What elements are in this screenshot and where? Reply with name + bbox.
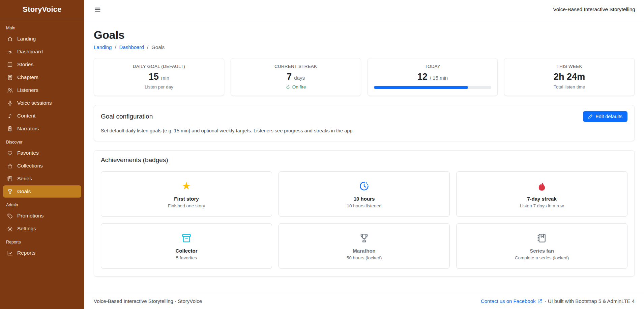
stat-value: 7 <box>287 72 292 82</box>
sidebar-item-reports[interactable]: Reports <box>3 247 81 259</box>
badge-tile-marathon: Marathon50 hours (locked) <box>279 223 450 269</box>
badge-description: 5 favorites <box>107 255 266 260</box>
breadcrumb-goals: Goals <box>151 44 165 50</box>
sidebar-section-label-admin: Admin <box>0 198 84 209</box>
sidebar-item-label: Stories <box>17 61 33 68</box>
stat-subtext: Total listen time <box>510 84 628 89</box>
hamburger-menu-icon[interactable] <box>93 5 102 14</box>
badge-name: First story <box>107 196 266 202</box>
stat-card-this-week: THIS WEEK2h 24mTotal listen time <box>504 58 635 96</box>
facebook-contact-link[interactable]: Contact us on Facebook <box>481 298 543 304</box>
trophy-icon <box>7 188 13 195</box>
sidebar-section-label-reports: Reports <box>0 235 84 246</box>
speaker-icon <box>7 126 13 132</box>
sidebar-item-goals[interactable]: Goals <box>3 185 81 198</box>
sidebar-item-label: Dashboard <box>17 49 43 55</box>
external-link-icon <box>537 299 542 304</box>
badge-description: Finished one story <box>107 203 266 208</box>
sidebar-item-settings[interactable]: Settings <box>3 223 81 235</box>
sidebar-item-favorites[interactable]: Favorites <box>3 147 81 159</box>
sidebar-item-label: Narrators <box>17 126 39 132</box>
sidebar-item-label: Reports <box>17 250 35 256</box>
music-note-icon <box>7 113 13 119</box>
clock-history-icon <box>284 180 444 192</box>
brand-logo[interactable]: StoryVoice <box>0 0 84 19</box>
goal-configuration-card: Goal configuration Edit defaults Set def… <box>94 105 635 141</box>
sidebar-item-stories[interactable]: Stories <box>3 58 81 71</box>
sidebar-section-label-discover: Discover <box>0 135 84 146</box>
journal-bookmark-icon <box>462 232 622 244</box>
stat-value: 12 <box>417 72 428 82</box>
daily-progress-fill <box>374 86 468 89</box>
badge-description: 10 hours listened <box>284 203 444 208</box>
badge-tile-7-day-streak: 7-day streakListen 7 days in a row <box>456 171 627 217</box>
badge-tile-first-story: ★First storyFinished one story <box>101 171 272 217</box>
journal-bookmark-icon <box>7 176 13 182</box>
badge-tile-series-fan: Series fanComplete a series (locked) <box>456 223 627 269</box>
badge-description: 50 hours (locked) <box>284 255 444 260</box>
breadcrumb-landing[interactable]: Landing <box>94 44 112 50</box>
stat-unit: / 15 min <box>430 75 448 81</box>
sidebar-item-label: Landing <box>17 36 36 42</box>
sidebar-item-label: Settings <box>17 226 36 232</box>
edit-defaults-button[interactable]: Edit defaults <box>583 111 627 122</box>
sidebar-item-voice-sessions[interactable]: Voice sessions <box>3 97 81 109</box>
sidebar-item-label: Collections <box>17 163 43 169</box>
edit-defaults-label: Edit defaults <box>595 114 622 119</box>
book-icon <box>7 61 13 68</box>
badge-description: Listen 7 days in a row <box>462 203 622 208</box>
pencil-icon <box>588 114 593 119</box>
stat-card-current-streak: CURRENT STREAK7daysOn fire <box>231 58 361 96</box>
breadcrumb-separator: / <box>115 44 116 50</box>
stats-row: DAILY GOAL (DEFAULT)15minListen per dayC… <box>94 58 635 96</box>
sidebar-item-series[interactable]: Series <box>3 173 81 185</box>
sidebar-item-listeners[interactable]: Listeners <box>3 84 81 96</box>
journal-text-icon <box>7 74 13 80</box>
badge-name: 7-day streak <box>462 196 622 202</box>
stat-value: 15 <box>149 72 159 82</box>
sidebar-item-narrators[interactable]: Narrators <box>3 123 81 135</box>
stat-label: DAILY GOAL (DEFAULT) <box>100 64 218 69</box>
sidebar-item-content[interactable]: Content <box>3 110 81 122</box>
breadcrumb: Landing/Dashboard/Goals <box>94 44 635 50</box>
flame-icon <box>462 180 622 192</box>
sidebar-item-label: Chapters <box>17 74 38 80</box>
goal-configuration-header: Goal configuration Edit defaults <box>94 105 634 125</box>
star-icon: ★ <box>107 180 266 192</box>
people-icon <box>7 87 13 93</box>
footer-right: Contact us on Facebook · UI built with B… <box>481 298 635 304</box>
badge-name: Marathon <box>284 248 444 254</box>
graph-icon <box>7 250 13 256</box>
sidebar-item-promotions[interactable]: Promotions <box>3 210 81 222</box>
basket-icon <box>7 163 13 169</box>
badge-name: 10 hours <box>284 196 444 202</box>
sidebar-item-chapters[interactable]: Chapters <box>3 71 81 83</box>
breadcrumb-dashboard[interactable]: Dashboard <box>119 44 144 50</box>
page-content: Goals Landing/Dashboard/Goals DAILY GOAL… <box>84 19 644 284</box>
sidebar-item-dashboard[interactable]: Dashboard <box>3 46 81 58</box>
sidebar: StoryVoice MainLandingDashboardStoriesCh… <box>0 0 84 309</box>
navbar-app-subtitle: Voice-Based Interactive Storytelling <box>553 6 635 12</box>
trophy-icon <box>284 232 444 244</box>
sidebar-item-label: Favorites <box>17 150 39 156</box>
sidebar-item-landing[interactable]: Landing <box>3 33 81 45</box>
sidebar-section-label-main: Main <box>0 21 84 32</box>
main-area: Voice-Based Interactive Storytelling Goa… <box>84 0 644 309</box>
archive-icon <box>107 232 266 244</box>
sidebar-nav: MainLandingDashboardStoriesChaptersListe… <box>0 19 84 264</box>
achievements-header: Achievements (badges) <box>94 151 634 167</box>
sidebar-item-label: Voice sessions <box>17 100 52 106</box>
app-window: StoryVoice MainLandingDashboardStoriesCh… <box>0 0 644 309</box>
page-title: Goals <box>94 29 635 42</box>
stat-label: THIS WEEK <box>510 64 628 69</box>
stat-label: TODAY <box>374 64 492 69</box>
sidebar-item-label: Promotions <box>17 213 43 219</box>
sidebar-item-collections[interactable]: Collections <box>3 160 81 172</box>
badge-name: Series fan <box>462 248 622 254</box>
goal-configuration-title: Goal configuration <box>101 113 153 120</box>
stat-card-today: TODAY12/ 15 min <box>368 58 498 96</box>
sidebar-item-label: Goals <box>17 188 31 195</box>
daily-progress-bar <box>374 86 492 89</box>
gear-icon <box>7 226 13 232</box>
sidebar-item-label: Content <box>17 113 35 119</box>
